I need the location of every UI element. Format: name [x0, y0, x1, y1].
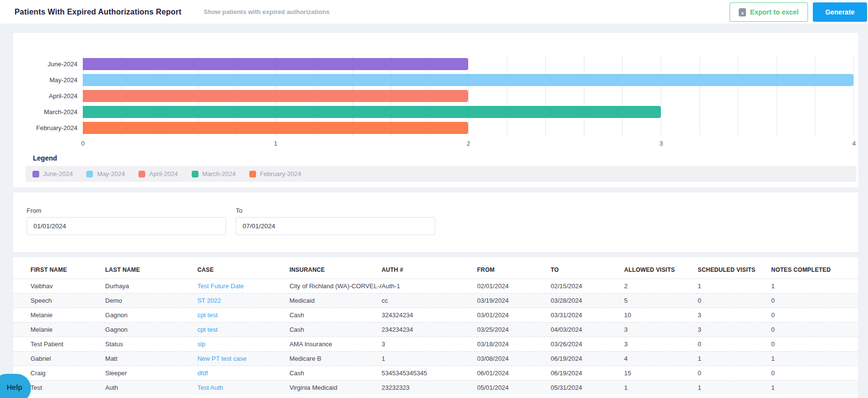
legend-item: April-2024 [138, 170, 178, 177]
column-header: INSURANCE [289, 260, 381, 279]
chart-category-label: March-2024 [13, 104, 83, 120]
chart-labels: June-2024May-2024April-2024March-2024Feb… [13, 56, 83, 136]
table-cell: Melanie [13, 308, 105, 323]
legend-color-swatch [192, 171, 198, 177]
table-cell: Test Patient [13, 337, 105, 352]
column-header: FROM [477, 260, 551, 279]
case-link[interactable]: dfdf [198, 369, 208, 377]
chart-bar-row [83, 56, 853, 72]
export-button-label: Export to excel [750, 8, 798, 16]
date-filter-card: From To [13, 192, 858, 252]
chart-bar [83, 90, 468, 102]
help-button[interactable]: Help [0, 374, 31, 398]
chart-x-axis: 01234 [83, 137, 854, 149]
table-cell: 1 [698, 381, 771, 395]
chart-category-label: June-2024 [13, 56, 83, 72]
column-header: CASE [198, 260, 289, 279]
table-row: Test PatientStatusslpAMA Insurance303/18… [13, 337, 858, 352]
table-cell: ST 2022 [198, 294, 289, 308]
table-cell: Test Auth [198, 381, 289, 395]
table-cell: 1 [771, 352, 858, 366]
column-header: SCHEDULED VISITS [698, 260, 771, 279]
legend-item: March-2024 [192, 170, 236, 177]
x-axis-tick-label: 2 [467, 140, 470, 147]
table-cell: 0 [698, 294, 771, 308]
table-cell: Cash [289, 366, 381, 381]
patients-table: FIRST NAMELAST NAMECASEINSURANCEAUTH #FR… [13, 260, 858, 395]
chart-bar [83, 122, 468, 134]
table-header-row: FIRST NAMELAST NAMECASEINSURANCEAUTH #FR… [13, 260, 858, 279]
column-header: LAST NAME [105, 260, 197, 279]
table-row: CraigSleeperdfdfCash534534534534506/01/2… [13, 366, 858, 381]
legend-item-label: March-2024 [202, 170, 236, 177]
table-cell: 03/31/2024 [550, 308, 624, 323]
x-axis-tick-label: 3 [659, 140, 663, 147]
case-link[interactable]: cpt test [198, 326, 218, 333]
table-cell: Matt [105, 352, 197, 366]
chart-bar-row [83, 120, 853, 136]
legend-item: May-2024 [86, 170, 125, 177]
case-link[interactable]: Test Auth [198, 384, 223, 391]
case-link[interactable]: ST 2022 [198, 297, 221, 304]
legend-item-label: February-2024 [260, 170, 301, 177]
table-cell: Cash [289, 323, 381, 337]
table-cell: Virginia Medicaid [289, 381, 381, 395]
table-cell: 23232323 [381, 381, 477, 395]
page-subtitle: Show patients with expired authorization… [204, 8, 330, 15]
column-header: FIRST NAME [13, 260, 105, 279]
x-axis-tick-label: 0 [81, 140, 84, 147]
table-cell: AMA Insurance [289, 337, 381, 352]
header-actions: x Export to excel Generate [730, 2, 867, 22]
chart-category-label: February-2024 [13, 120, 83, 136]
table-cell: Status [105, 337, 197, 352]
legend-color-swatch [138, 171, 145, 177]
legend-color-swatch [249, 171, 256, 177]
table-cell: slp [198, 337, 289, 352]
table-cell: Melanie [13, 323, 105, 337]
to-date-input[interactable] [236, 217, 435, 235]
case-link[interactable]: New PT test case [198, 355, 247, 362]
table-cell: Vaibhav [13, 279, 105, 294]
table-cell: 0 [771, 294, 858, 308]
legend-color-swatch [86, 171, 93, 177]
table-cell: Medicare B [289, 352, 381, 366]
table-cell: Gagnon [105, 308, 197, 323]
table-row: MelanieGagnoncpt testCash32432423403/01/… [13, 308, 858, 323]
patients-table-card: FIRST NAMELAST NAMECASEINSURANCEAUTH #FR… [13, 257, 858, 398]
to-label: To [236, 207, 435, 214]
case-link[interactable]: cpt test [198, 311, 218, 319]
table-cell: 0 [771, 337, 858, 352]
table-cell: 1 [698, 279, 771, 294]
table-cell: 5345345345345 [381, 366, 477, 381]
legend-item: February-2024 [249, 170, 301, 177]
from-date-input[interactable] [27, 217, 226, 235]
to-field: To [236, 207, 435, 252]
table-cell: 4 [624, 352, 698, 366]
table-cell: Sleeper [105, 366, 197, 381]
case-link[interactable]: slp [198, 340, 206, 348]
table-cell: 3 [698, 308, 771, 323]
column-header: AUTH # [381, 260, 477, 279]
column-header: NOTES COMPLETED [771, 260, 858, 279]
table-cell: cc [381, 294, 477, 308]
generate-button[interactable]: Generate [813, 2, 867, 22]
excel-file-icon: x [739, 8, 746, 16]
table-cell: 10 [624, 308, 698, 323]
table-row: TestAuthTest AuthVirginia Medicaid232323… [13, 381, 858, 395]
table-cell: 03/26/2024 [550, 337, 624, 352]
legend-item: June-2024 [32, 170, 73, 177]
page-title: Patients With Expired Authorizations Rep… [15, 8, 182, 16]
table-cell: cpt test [198, 323, 289, 337]
table-cell: Durhaya [105, 279, 197, 294]
case-link[interactable]: Test Future Date [198, 282, 244, 290]
table-cell: 324324234 [381, 308, 477, 323]
table-cell: 0 [698, 366, 771, 381]
table-row: SpeechDemoST 2022Medicaidcc03/19/202403/… [13, 294, 858, 308]
table-cell: 06/01/2024 [477, 366, 551, 381]
table-cell: 234234234 [381, 323, 477, 337]
table-cell: 05/31/2024 [550, 381, 624, 395]
export-to-excel-button[interactable]: x Export to excel [730, 2, 808, 22]
legend-item-label: April-2024 [149, 170, 178, 177]
column-header: TO [550, 260, 624, 279]
legend-item-label: June-2024 [43, 170, 73, 177]
